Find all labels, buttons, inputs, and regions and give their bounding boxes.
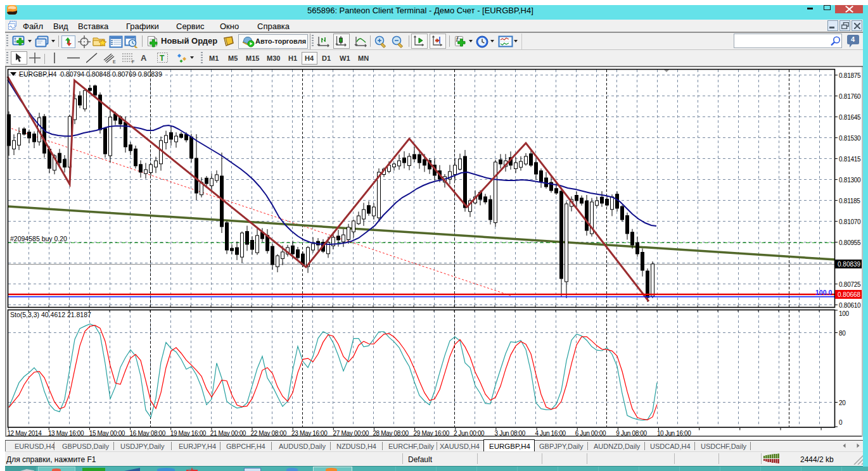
svg-text:22 May 08:00: 22 May 08:00 [251,430,287,437]
svg-text:0.81415: 0.81415 [839,156,861,163]
svg-text:80: 80 [839,330,846,337]
svg-text:100: 100 [839,310,850,317]
svg-text:0.81875: 0.81875 [839,72,861,79]
svg-text:0.81530: 0.81530 [839,135,861,142]
svg-text:EURGBP,H4 0.80794 0.80848 0.8: EURGBP,H4 0.80794 0.80848 0.80769 0.8083… [19,70,162,78]
svg-text:100.0: 100.0 [815,289,832,296]
svg-text:10 Jun 16:00: 10 Jun 16:00 [657,430,691,437]
svg-text:T: T [160,54,165,63]
svg-text:0.80955: 0.80955 [839,239,861,246]
svg-text:#2094585 buy 0.20: #2094585 buy 0.20 [10,235,67,242]
svg-text:0.80839: 0.80839 [838,261,861,268]
svg-text:E: E [113,60,116,64]
svg-text:19 May 16:00: 19 May 16:00 [170,430,207,437]
svg-text:0: 0 [839,419,843,426]
svg-text:27 May 00:00: 27 May 00:00 [333,430,369,437]
svg-text:0.81300: 0.81300 [839,177,861,184]
svg-text:6 Jun 00:00: 6 Jun 00:00 [575,430,606,437]
svg-text:13 May 16:00: 13 May 16:00 [48,430,84,437]
svg-text:0.80725: 0.80725 [839,281,861,288]
svg-text:15 May 00:00: 15 May 00:00 [89,430,125,437]
svg-text:21 May 00:00: 21 May 00:00 [210,430,246,437]
svg-text:Sto(5,3,3) 40.4612 21.8187: Sto(5,3,3) 40.4612 21.8187 [10,311,91,318]
svg-text:12 May 2014: 12 May 2014 [7,430,42,437]
svg-text:29 May 16:00: 29 May 16:00 [414,430,450,437]
svg-text:F: F [132,60,134,64]
svg-text:0.81760: 0.81760 [839,93,861,100]
svg-text:0.80610: 0.80610 [839,302,861,309]
svg-text:2 Jun 00:00: 2 Jun 00:00 [454,430,485,437]
svg-text:23 May 16:00: 23 May 16:00 [291,430,328,437]
svg-text:28 May 08:00: 28 May 08:00 [373,430,409,437]
svg-text:0.81645: 0.81645 [839,114,861,121]
svg-text:9 Jun 08:00: 9 Jun 08:00 [616,430,647,437]
svg-text:16 May 08:00: 16 May 08:00 [130,430,166,437]
svg-text:3 Jun 08:00: 3 Jun 08:00 [495,430,526,437]
svg-text:4 Jun 16:00: 4 Jun 16:00 [535,430,566,437]
svg-text:0.81070: 0.81070 [839,218,861,225]
svg-text:0.81185: 0.81185 [839,198,860,204]
svg-text:20: 20 [839,399,846,406]
svg-text:0.80668: 0.80668 [838,291,861,298]
